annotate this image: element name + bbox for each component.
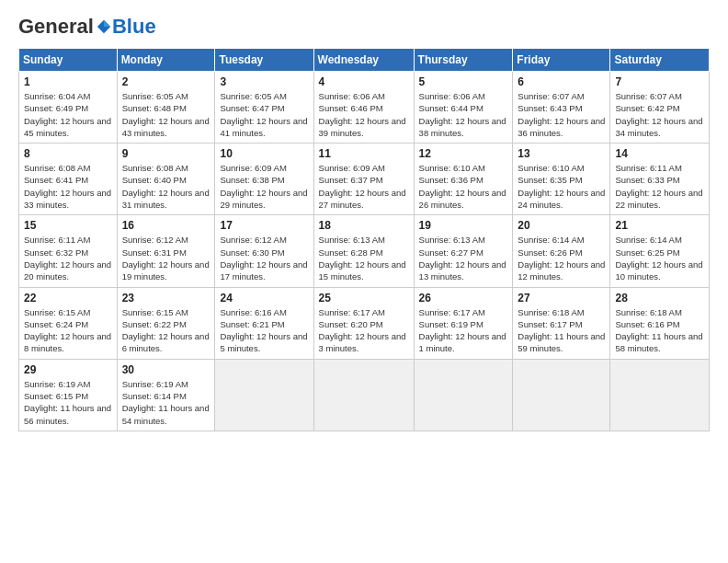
day-number: 13 <box>518 147 605 160</box>
day-detail: Sunrise: 6:18 AMSunset: 6:16 PMDaylight:… <box>615 306 704 355</box>
calendar-cell-3-2: 17Sunrise: 6:12 AMSunset: 6:30 PMDayligh… <box>215 215 313 287</box>
day-detail: Sunrise: 6:18 AMSunset: 6:17 PMDaylight:… <box>518 306 605 355</box>
calendar-cell-3-5: 20Sunrise: 6:14 AMSunset: 6:26 PMDayligh… <box>513 215 610 287</box>
col-header-monday: Monday <box>117 49 215 72</box>
day-detail: Sunrise: 6:11 AMSunset: 6:32 PMDaylight:… <box>24 234 112 282</box>
day-detail: Sunrise: 6:09 AMSunset: 6:37 PMDaylight:… <box>319 162 409 211</box>
day-detail: Sunrise: 6:17 AMSunset: 6:19 PMDaylight:… <box>419 306 508 355</box>
calendar-cell-2-2: 10Sunrise: 6:09 AMSunset: 6:38 PMDayligh… <box>215 144 313 215</box>
day-detail: Sunrise: 6:15 AMSunset: 6:24 PMDaylight:… <box>24 306 112 355</box>
day-number: 25 <box>319 292 409 304</box>
calendar-cell-5: 5Sunrise: 6:06 AMSunset: 6:44 PMDaylight… <box>414 72 513 144</box>
day-number: 14 <box>615 147 704 160</box>
logo: General Blue <box>18 15 156 39</box>
calendar-cell-4-1: 23Sunrise: 6:15 AMSunset: 6:22 PMDayligh… <box>117 287 215 359</box>
calendar-cell-5-1: 30Sunrise: 6:19 AMSunset: 6:14 PMDayligh… <box>117 359 215 431</box>
day-number: 23 <box>122 292 210 304</box>
day-number: 21 <box>615 219 704 232</box>
calendar-cell-5-2 <box>215 359 313 431</box>
calendar-table: SundayMondayTuesdayWednesdayThursdayFrid… <box>18 48 710 431</box>
calendar-cell-2-1: 9Sunrise: 6:08 AMSunset: 6:40 PMDaylight… <box>117 144 215 215</box>
day-detail: Sunrise: 6:12 AMSunset: 6:31 PMDaylight:… <box>122 234 210 282</box>
calendar-cell-3-4: 19Sunrise: 6:13 AMSunset: 6:27 PMDayligh… <box>414 215 513 287</box>
calendar-cell-2-6: 14Sunrise: 6:11 AMSunset: 6:33 PMDayligh… <box>610 144 710 215</box>
calendar-cell-5-3 <box>313 359 414 431</box>
calendar-cell-1: 1Sunrise: 6:04 AMSunset: 6:49 PMDaylight… <box>19 72 118 144</box>
calendar-cell-3-3: 18Sunrise: 6:13 AMSunset: 6:28 PMDayligh… <box>313 215 414 287</box>
day-detail: Sunrise: 6:13 AMSunset: 6:27 PMDaylight:… <box>419 234 508 282</box>
day-number: 8 <box>24 147 112 160</box>
calendar-cell-6: 6Sunrise: 6:07 AMSunset: 6:43 PMDaylight… <box>513 72 610 144</box>
day-number: 10 <box>220 147 308 160</box>
calendar-cell-2-3: 11Sunrise: 6:09 AMSunset: 6:37 PMDayligh… <box>313 144 414 215</box>
calendar-cell-4-3: 25Sunrise: 6:17 AMSunset: 6:20 PMDayligh… <box>313 287 414 359</box>
day-number: 7 <box>615 75 704 88</box>
calendar-cell-4-5: 27Sunrise: 6:18 AMSunset: 6:17 PMDayligh… <box>513 287 610 359</box>
calendar-row-4: 22Sunrise: 6:15 AMSunset: 6:24 PMDayligh… <box>19 287 710 359</box>
calendar-cell-5-0: 29Sunrise: 6:19 AMSunset: 6:15 PMDayligh… <box>19 359 118 431</box>
col-header-sunday: Sunday <box>19 49 118 72</box>
day-number: 2 <box>122 75 210 88</box>
day-number: 29 <box>24 363 112 376</box>
calendar-row-5: 29Sunrise: 6:19 AMSunset: 6:15 PMDayligh… <box>19 359 710 431</box>
header: General Blue <box>18 15 710 39</box>
day-number: 24 <box>220 292 308 304</box>
day-number: 6 <box>518 75 605 88</box>
day-detail: Sunrise: 6:08 AMSunset: 6:40 PMDaylight:… <box>122 162 210 211</box>
col-header-saturday: Saturday <box>610 49 710 72</box>
day-detail: Sunrise: 6:12 AMSunset: 6:30 PMDaylight:… <box>220 234 308 282</box>
calendar-cell-4-4: 26Sunrise: 6:17 AMSunset: 6:19 PMDayligh… <box>414 287 513 359</box>
day-detail: Sunrise: 6:05 AMSunset: 6:48 PMDaylight:… <box>122 90 210 139</box>
day-number: 30 <box>122 363 210 376</box>
logo-icon <box>96 18 112 35</box>
col-header-friday: Friday <box>513 49 610 72</box>
day-detail: Sunrise: 6:09 AMSunset: 6:38 PMDaylight:… <box>220 162 308 211</box>
calendar-cell-3-6: 21Sunrise: 6:14 AMSunset: 6:25 PMDayligh… <box>610 215 710 287</box>
svg-marker-1 <box>104 20 110 27</box>
day-detail: Sunrise: 6:19 AMSunset: 6:15 PMDaylight:… <box>24 378 112 427</box>
day-detail: Sunrise: 6:11 AMSunset: 6:33 PMDaylight:… <box>615 162 704 211</box>
day-number: 18 <box>319 219 409 232</box>
day-detail: Sunrise: 6:17 AMSunset: 6:20 PMDaylight:… <box>319 306 409 355</box>
calendar-cell-4-0: 22Sunrise: 6:15 AMSunset: 6:24 PMDayligh… <box>19 287 118 359</box>
calendar-cell-2-0: 8Sunrise: 6:08 AMSunset: 6:41 PMDaylight… <box>19 144 118 215</box>
day-detail: Sunrise: 6:10 AMSunset: 6:35 PMDaylight:… <box>518 162 605 211</box>
calendar-cell-5-6 <box>610 359 710 431</box>
col-header-wednesday: Wednesday <box>313 49 414 72</box>
day-number: 19 <box>419 219 508 232</box>
calendar-row-2: 8Sunrise: 6:08 AMSunset: 6:41 PMDaylight… <box>19 144 710 215</box>
day-number: 28 <box>615 292 704 304</box>
calendar-cell-7: 7Sunrise: 6:07 AMSunset: 6:42 PMDaylight… <box>610 72 710 144</box>
calendar-row-1: 1Sunrise: 6:04 AMSunset: 6:49 PMDaylight… <box>19 72 710 144</box>
day-number: 11 <box>319 147 409 160</box>
day-detail: Sunrise: 6:07 AMSunset: 6:42 PMDaylight:… <box>615 90 704 139</box>
calendar-cell-3-1: 16Sunrise: 6:12 AMSunset: 6:31 PMDayligh… <box>117 215 215 287</box>
day-number: 4 <box>319 75 409 88</box>
day-number: 17 <box>220 219 308 232</box>
day-number: 22 <box>24 292 112 304</box>
day-detail: Sunrise: 6:06 AMSunset: 6:46 PMDaylight:… <box>319 90 409 139</box>
day-detail: Sunrise: 6:16 AMSunset: 6:21 PMDaylight:… <box>220 306 308 355</box>
day-number: 16 <box>122 219 210 232</box>
day-detail: Sunrise: 6:08 AMSunset: 6:41 PMDaylight:… <box>24 162 112 211</box>
day-detail: Sunrise: 6:19 AMSunset: 6:14 PMDaylight:… <box>122 378 210 427</box>
calendar-row-3: 15Sunrise: 6:11 AMSunset: 6:32 PMDayligh… <box>19 215 710 287</box>
calendar-cell-3-0: 15Sunrise: 6:11 AMSunset: 6:32 PMDayligh… <box>19 215 118 287</box>
col-header-thursday: Thursday <box>414 49 513 72</box>
calendar-cell-4: 4Sunrise: 6:06 AMSunset: 6:46 PMDaylight… <box>313 72 414 144</box>
calendar-cell-3: 3Sunrise: 6:05 AMSunset: 6:47 PMDaylight… <box>215 72 313 144</box>
day-number: 15 <box>24 219 112 232</box>
day-detail: Sunrise: 6:14 AMSunset: 6:26 PMDaylight:… <box>518 234 605 282</box>
day-detail: Sunrise: 6:07 AMSunset: 6:43 PMDaylight:… <box>518 90 605 139</box>
day-number: 9 <box>122 147 210 160</box>
calendar-cell-2-5: 13Sunrise: 6:10 AMSunset: 6:35 PMDayligh… <box>513 144 610 215</box>
day-detail: Sunrise: 6:14 AMSunset: 6:25 PMDaylight:… <box>615 234 704 282</box>
day-detail: Sunrise: 6:13 AMSunset: 6:28 PMDaylight:… <box>319 234 409 282</box>
day-number: 20 <box>518 219 605 232</box>
logo-general-text: General <box>18 15 94 39</box>
calendar-cell-2: 2Sunrise: 6:05 AMSunset: 6:48 PMDaylight… <box>117 72 215 144</box>
day-number: 26 <box>419 292 508 304</box>
day-detail: Sunrise: 6:05 AMSunset: 6:47 PMDaylight:… <box>220 90 308 139</box>
page: General Blue SundayMondayTuesdayWednesda… <box>0 0 728 441</box>
day-number: 12 <box>419 147 508 160</box>
